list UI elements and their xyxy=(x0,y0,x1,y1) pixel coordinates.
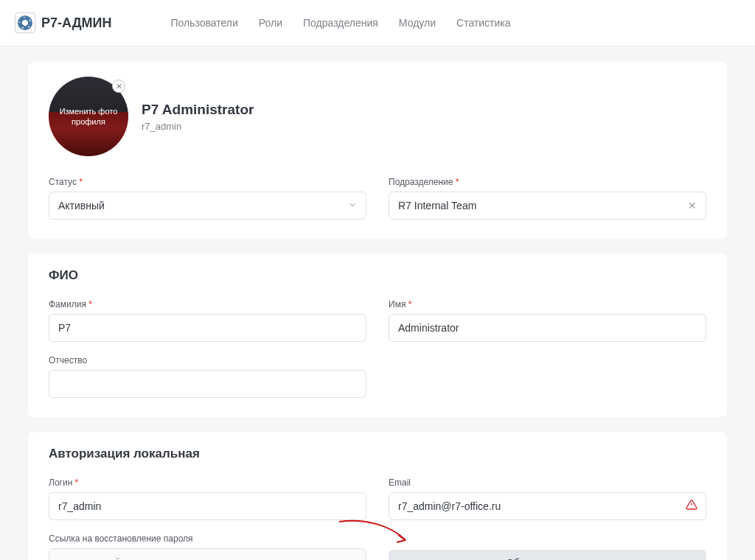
auth-panel: Авторизация локальная Логин Email xyxy=(28,432,727,560)
auth-section-title: Авторизация локальная xyxy=(49,447,706,461)
lastname-label: Фамилия xyxy=(49,299,366,309)
status-value: Активный xyxy=(58,200,105,211)
department-select[interactable]: R7 Internal Team ✕ xyxy=(389,192,706,220)
login-label: Логин xyxy=(49,477,366,488)
lastname-input[interactable] xyxy=(49,314,366,342)
nav-stats[interactable]: Статистика xyxy=(456,17,511,29)
email-input[interactable] xyxy=(389,492,706,520)
gear-icon xyxy=(15,13,35,33)
nav-users[interactable]: Пользователи xyxy=(170,17,237,29)
firstname-label: Имя xyxy=(389,299,706,309)
close-icon[interactable]: ✕ xyxy=(112,80,125,93)
clear-icon[interactable]: ✕ xyxy=(688,200,697,211)
status-label: Статус xyxy=(49,177,366,187)
chevron-down-icon xyxy=(348,200,357,211)
profile-display-name: P7 Administrator xyxy=(142,102,254,118)
fio-panel: ФИО Фамилия Имя Отчество xyxy=(28,253,727,417)
email-label: Email xyxy=(389,477,706,488)
patronymic-label: Отчество xyxy=(49,355,366,365)
profile-username: r7_admin xyxy=(142,121,254,132)
nav-departments[interactable]: Подразделения xyxy=(303,17,378,29)
reset-password-button[interactable]: Сбросить пароль xyxy=(389,550,706,560)
main-nav: Пользователи Роли Подразделения Модули С… xyxy=(170,17,510,29)
warning-icon xyxy=(686,499,697,514)
brand-text: Р7-АДМИН xyxy=(41,15,111,31)
department-label: Подразделение xyxy=(389,177,706,187)
login-input[interactable] xyxy=(49,492,366,520)
status-select[interactable]: Активный xyxy=(49,192,366,220)
avatar[interactable]: Изменить фото профиля ✕ xyxy=(49,77,128,156)
logo[interactable]: Р7-АДМИН xyxy=(15,13,111,33)
nav-modules[interactable]: Модули xyxy=(399,17,436,29)
avatar-overlay-label: Изменить фото профиля xyxy=(49,106,128,127)
reset-link-input xyxy=(49,548,366,560)
fio-section-title: ФИО xyxy=(49,268,706,283)
reset-link-label: Ссылка на восстановление пароля xyxy=(49,533,366,544)
profile-panel: Изменить фото профиля ✕ P7 Administrator… xyxy=(28,62,727,239)
nav-roles[interactable]: Роли xyxy=(259,17,282,29)
firstname-input[interactable] xyxy=(389,314,706,342)
department-value: R7 Internal Team xyxy=(398,200,476,211)
top-bar: Р7-АДМИН Пользователи Роли Подразделения… xyxy=(0,0,755,46)
patronymic-input[interactable] xyxy=(49,370,366,398)
